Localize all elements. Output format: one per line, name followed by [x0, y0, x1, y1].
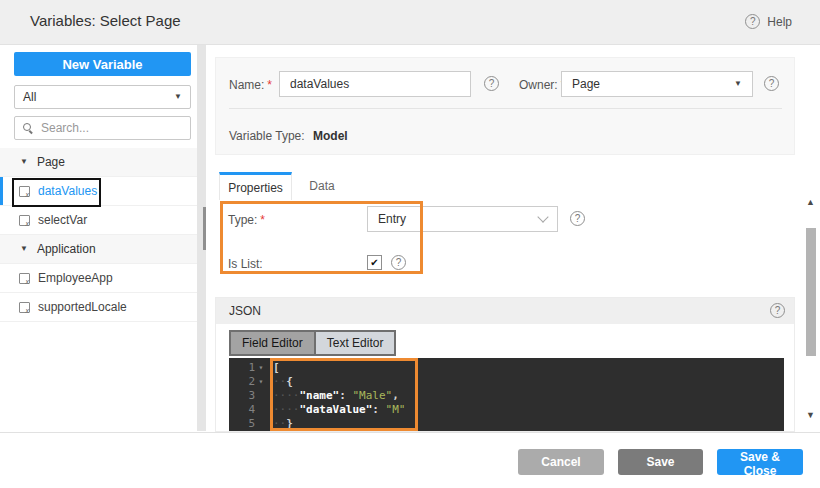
tree-item-employeeapp[interactable]: EmployeeApp: [0, 264, 197, 293]
owner-help-icon[interactable]: ?: [764, 76, 779, 91]
type-label: Type:*: [228, 213, 265, 227]
caret-down-icon: ▼: [734, 80, 742, 88]
json-help-icon[interactable]: ?: [770, 303, 785, 318]
variable-icon: [19, 186, 30, 197]
dialog-header: Variables: Select Page ? Help: [0, 0, 820, 45]
chevron-down-icon: [537, 211, 548, 222]
type-help-icon[interactable]: ?: [570, 211, 585, 226]
tree-item-supportedlocale[interactable]: supportedLocale: [0, 293, 197, 322]
editor-mode-toggle: Field Editor Text Editor: [229, 330, 396, 356]
help-label: Help: [767, 15, 792, 29]
scroll-up-arrow-icon[interactable]: ▲: [806, 197, 815, 207]
line-number: 1: [229, 361, 255, 375]
save-and-close-button[interactable]: Save & Close: [717, 449, 803, 475]
search-icon: [23, 123, 33, 133]
code-line: 3"name": "Male",: [229, 389, 784, 403]
variable-filter-value: All: [23, 90, 36, 104]
type-select[interactable]: Entry: [367, 206, 558, 232]
save-button[interactable]: Save: [618, 449, 703, 475]
fold-caret-icon[interactable]: ▾: [255, 375, 267, 389]
variable-icon: [19, 302, 30, 313]
sidebar-scrollbar-thumb[interactable]: [203, 207, 206, 250]
tree-group-label: Page: [37, 155, 65, 169]
variable-filter-select[interactable]: All ▼: [14, 85, 191, 109]
fold-caret-icon[interactable]: ▾: [255, 361, 267, 375]
indent-dots: [273, 417, 286, 430]
variable-icon: [19, 273, 30, 284]
code-line: 4"dataValue": "M": [229, 403, 784, 417]
variables-sidebar: New Variable All ▼ ▼ Page dataValues sel…: [0, 45, 197, 430]
checkmark-icon: ✔: [370, 257, 378, 268]
code-line: 5}: [229, 417, 784, 431]
variable-search[interactable]: [14, 116, 191, 140]
json-section-title: JSON: [229, 304, 261, 318]
tree-item-label: supportedLocale: [38, 300, 127, 314]
indent-dots: [273, 375, 286, 388]
search-input[interactable]: [39, 120, 173, 136]
tree-item-selectvar[interactable]: selectVar: [0, 206, 197, 235]
line-number: 4: [229, 403, 255, 417]
line-number: 2: [229, 375, 255, 389]
tree-item-label: dataValues: [38, 184, 97, 198]
json-section: JSON ? Field Editor Text Editor 1▾[ 2▾{ …: [215, 297, 795, 432]
owner-select[interactable]: Page ▼: [561, 71, 753, 97]
variable-type-label: Variable Type:: [229, 129, 305, 143]
page-title: Variables: Select Page: [30, 12, 181, 29]
code-line: 1▾[: [229, 361, 784, 375]
variable-tree: ▼ Page dataValues selectVar ▼ Applicatio…: [0, 148, 197, 322]
help-icon: ?: [745, 14, 760, 29]
type-value: Entry: [378, 212, 406, 226]
required-mark: *: [267, 78, 272, 92]
owner-value: Page: [572, 77, 600, 91]
tree-group-application[interactable]: ▼ Application: [0, 235, 197, 264]
field-editor-button[interactable]: Field Editor: [231, 332, 314, 354]
scroll-down-arrow-icon[interactable]: ▼: [806, 410, 815, 420]
code-line: 2▾{: [229, 375, 784, 389]
tree-group-label: Application: [37, 242, 96, 256]
help-button[interactable]: ? Help: [745, 14, 792, 29]
new-variable-button[interactable]: New Variable: [14, 52, 191, 76]
text-editor-button[interactable]: Text Editor: [314, 332, 395, 354]
name-label: Name:*: [229, 78, 272, 92]
required-mark: *: [260, 213, 265, 227]
variable-type-value: Model: [313, 129, 348, 143]
is-list-checkbox[interactable]: ✔: [367, 255, 382, 270]
json-section-header: JSON ?: [216, 298, 794, 324]
main-scrollbar-thumb[interactable]: [806, 228, 816, 356]
line-number: 3: [229, 389, 255, 403]
name-field[interactable]: [279, 71, 471, 97]
json-code-editor[interactable]: 1▾[ 2▾{ 3"name": "Male", 4"dataValue": "…: [229, 358, 784, 432]
owner-label: Owner:*: [519, 78, 565, 92]
tree-group-page[interactable]: ▼ Page: [0, 148, 197, 177]
is-list-label: Is List:: [228, 257, 263, 271]
collapse-caret-icon: ▼: [20, 158, 28, 166]
tree-item-datavalues[interactable]: dataValues: [0, 177, 197, 206]
indent-dots: [273, 389, 300, 402]
variables-dialog: Variables: Select Page ? Help New Variab…: [0, 0, 820, 488]
name-help-icon[interactable]: ?: [484, 76, 499, 91]
tab-properties[interactable]: Properties: [219, 172, 292, 200]
caret-down-icon: ▼: [174, 93, 182, 101]
collapse-caret-icon: ▼: [20, 245, 28, 253]
line-number: 5: [229, 417, 255, 431]
form-divider: [229, 108, 782, 109]
tree-item-label: EmployeeApp: [38, 271, 113, 285]
is-list-help-icon[interactable]: ?: [391, 255, 406, 270]
dialog-footer: Cancel Save Save & Close: [0, 432, 820, 488]
tab-data[interactable]: Data: [292, 172, 352, 200]
variable-icon: [19, 215, 30, 226]
indent-dots: [273, 403, 300, 416]
variable-summary-card: Name:* ? Owner:* Page ▼ ? Variable Type:…: [215, 57, 795, 155]
cancel-button[interactable]: Cancel: [518, 449, 604, 475]
tree-item-label: selectVar: [38, 213, 87, 227]
